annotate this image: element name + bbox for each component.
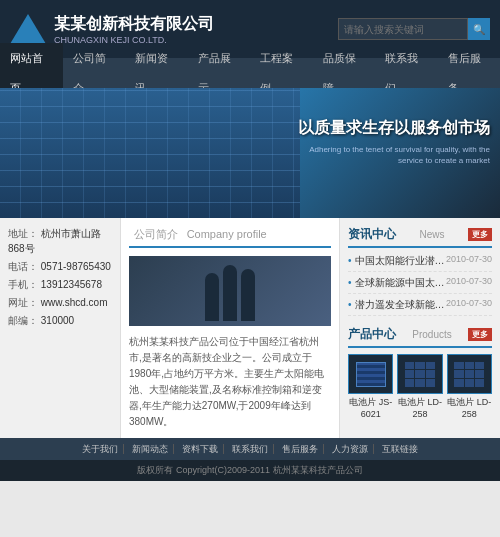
banner-background — [0, 88, 300, 218]
news-title: 资讯中心 News 更多 — [348, 226, 492, 248]
footer-link-links[interactable]: 互联链接 — [377, 444, 423, 454]
product-img-1 — [348, 354, 393, 394]
news-item: 中国太阳能行业潜力遥发全球 2010-07-30 — [348, 254, 492, 272]
product-name-1: 电池片 JS-6021 — [348, 396, 393, 419]
products-more-link[interactable]: 更多 — [468, 328, 492, 341]
products-title-en: Products — [412, 329, 451, 340]
product-img-2 — [397, 354, 442, 394]
news-section: 资讯中心 News 更多 中国太阳能行业潜力遥发全球 2010-07-30 全球… — [348, 226, 492, 316]
person-1 — [205, 273, 219, 321]
logo-cn: 某某创新科技有限公司 — [54, 14, 214, 35]
news-text-3: 潜力遥发全球新能源中国太阳 — [348, 298, 446, 312]
contact-address: 地址： 杭州市萧山路868号 — [8, 226, 112, 256]
news-text-2: 全球新能源中国太阳能行业潜力遥发 — [348, 276, 446, 290]
news-date-3: 2010-07-30 — [446, 298, 492, 312]
person-2 — [223, 265, 237, 321]
mobile-label: 手机： — [8, 279, 38, 290]
company-section: 公司简介 Company profile 杭州某某科技产品公司位于中国经江省杭州… — [120, 218, 340, 438]
products-title: 产品中心 Products 更多 — [348, 326, 492, 348]
company-image — [129, 256, 331, 326]
main-content: 地址： 杭州市萧山路868号 电话： 0571-98765430 手机： 139… — [0, 218, 500, 438]
footer-nav: 关于我们 新闻动态 资料下载 联系我们 售后服务 人力资源 互联链接 — [0, 438, 500, 460]
news-item: 潜力遥发全球新能源中国太阳 2010-07-30 — [348, 298, 492, 316]
footer-link-contact[interactable]: 联系我们 — [227, 444, 274, 454]
battery-grid-icon-2 — [454, 362, 484, 387]
hero-banner: 以质量求生存以服务创市场 Adhering to the tenet of su… — [0, 88, 500, 218]
address-label: 地址： — [8, 228, 38, 239]
company-section-title: 公司简介 Company profile — [129, 226, 331, 248]
contact-phone: 电话： 0571-98765430 — [8, 259, 112, 274]
company-title-en: Company profile — [187, 228, 267, 240]
right-panel: 资讯中心 News 更多 中国太阳能行业潜力遥发全球 2010-07-30 全球… — [340, 218, 500, 438]
news-title-en: News — [419, 229, 444, 240]
banner-sub-text: Adhering to the tenet of survival for qu… — [290, 144, 490, 166]
logo-area: 某某创新科技有限公司 CHUNAGXIN KEJI CO.LTD. — [10, 14, 214, 45]
copyright-text: 版权所有 Copyright(C)2009-2011 杭州某某科技产品公司 — [137, 465, 362, 475]
news-item: 全球新能源中国太阳能行业潜力遥发 2010-07-30 — [348, 276, 492, 294]
phone-value: 0571-98765430 — [41, 261, 111, 272]
search-input[interactable] — [338, 18, 468, 40]
product-img-3 — [447, 354, 492, 394]
solar-panel-icon — [356, 362, 386, 387]
banner-text-block: 以质量求生存以服务创市场 Adhering to the tenet of su… — [290, 118, 490, 166]
products-title-cn: 产品中心 — [348, 326, 396, 343]
product-grid: 电池片 JS-6021 电池片 LD-258 — [348, 354, 492, 419]
people-image — [205, 261, 255, 321]
logo-text: 某某创新科技有限公司 CHUNAGXIN KEJI CO.LTD. — [54, 14, 214, 45]
person-3 — [241, 269, 255, 321]
logo-icon — [10, 14, 46, 44]
search-box: 🔍 — [338, 18, 490, 40]
footer-link-service[interactable]: 售后服务 — [277, 444, 324, 454]
battery-grid-icon — [405, 362, 435, 387]
mobile-value: 13912345678 — [41, 279, 102, 290]
news-text-1: 中国太阳能行业潜力遥发全球 — [348, 254, 446, 268]
news-date-1: 2010-07-30 — [446, 254, 492, 268]
postal-value: 310000 — [41, 315, 74, 326]
phone-label: 电话： — [8, 261, 38, 272]
footer-copyright: 版权所有 Copyright(C)2009-2011 杭州某某科技产品公司 — [0, 460, 500, 481]
news-list: 中国太阳能行业潜力遥发全球 2010-07-30 全球新能源中国太阳能行业潜力遥… — [348, 254, 492, 316]
product-item-3: 电池片 LD-258 — [447, 354, 492, 419]
postal-label: 邮编： — [8, 315, 38, 326]
website-label: 网址： — [8, 297, 38, 308]
news-title-cn: 资讯中心 — [348, 226, 396, 243]
contact-website: 网址： www.shcd.com — [8, 295, 112, 310]
company-title-cn: 公司简介 — [134, 228, 178, 240]
product-name-2: 电池片 LD-258 — [397, 396, 442, 419]
footer-link-hr[interactable]: 人力资源 — [327, 444, 374, 454]
banner-main-text: 以质量求生存以服务创市场 — [290, 118, 490, 139]
contact-sidebar: 地址： 杭州市萧山路868号 电话： 0571-98765430 手机： 139… — [0, 218, 120, 438]
website-value: www.shcd.com — [41, 297, 108, 308]
nav-bar: 网站首页 公司简介 新闻资讯 产品展示 工程案例 品质保障 联系我们 售后服务 — [0, 58, 500, 88]
search-button[interactable]: 🔍 — [468, 18, 490, 40]
footer-link-about[interactable]: 关于我们 — [77, 444, 124, 454]
footer-link-news[interactable]: 新闻动态 — [127, 444, 174, 454]
products-section: 产品中心 Products 更多 电池片 JS-6021 — [348, 326, 492, 419]
product-item-2: 电池片 LD-258 — [397, 354, 442, 419]
contact-mobile: 手机： 13912345678 — [8, 277, 112, 292]
news-date-2: 2010-07-30 — [446, 276, 492, 290]
news-more-link[interactable]: 更多 — [468, 228, 492, 241]
product-name-3: 电池片 LD-258 — [447, 396, 492, 419]
footer-link-download[interactable]: 资料下载 — [177, 444, 224, 454]
company-description: 杭州某某科技产品公司位于中国经江省杭州市,是著名的高新技企业之一。公司成立于19… — [129, 334, 331, 430]
product-item-1: 电池片 JS-6021 — [348, 354, 393, 419]
contact-postal: 邮编： 310000 — [8, 313, 112, 328]
